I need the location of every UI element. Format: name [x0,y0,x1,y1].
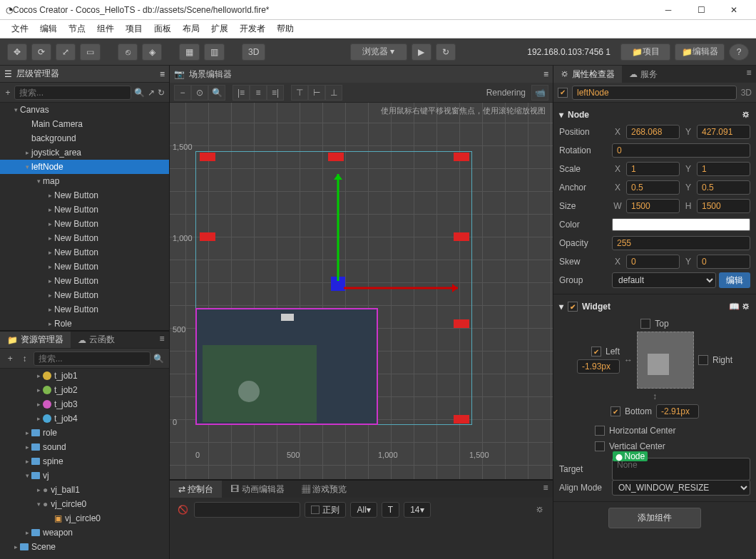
anchor-tool[interactable]: ⎋ [118,43,138,61]
hierarchy-item[interactable]: Main Camera [0,117,169,131]
hierarchy-item[interactable]: ▸New Button [0,188,169,202]
skew-x-input[interactable] [626,255,680,269]
assets-search-input[interactable] [34,352,150,366]
menu-layout[interactable]: 布局 [178,21,204,36]
hierarchy-item[interactable]: ▸New Button [0,217,169,231]
console-settings-icon[interactable]: ⛭ [533,503,547,517]
hierarchy-item[interactable]: ▸New Button [0,202,169,217]
hierarchy-item[interactable]: ▸New Button [0,274,169,288]
font-tool[interactable]: T [382,502,399,518]
camera-icon[interactable]: 📹 [531,85,548,101]
align-center-button[interactable]: ≡ [250,85,267,101]
widget-bottom-checkbox[interactable]: ✔ [611,406,620,416]
menu-edit[interactable]: 编辑 [36,21,61,36]
asset-item[interactable]: ▸ spine [0,454,169,468]
play-button[interactable]: ▶ [412,43,431,61]
assets-menu-icon[interactable]: ≡ [155,332,169,346]
hierarchy-search-input[interactable] [14,86,131,100]
widget-left-input[interactable] [577,359,620,374]
zoom-in-button[interactable]: 🔍 [208,85,225,101]
panel-menu-icon[interactable]: ≡ [160,69,165,79]
hierarchy-item[interactable]: ▸New Button [0,288,169,302]
tab-console[interactable]: ⇄ 控制台 [170,481,222,498]
hierarchy-item[interactable]: ▾leftNode [0,160,169,174]
asset-item[interactable]: ▾ vj [0,468,169,483]
collapse-icon[interactable]: ↗ [148,86,155,100]
tab-services[interactable]: ☁ 服务 [622,66,665,83]
tab-assets[interactable]: 📁 资源管理器 [0,332,71,348]
maximize-button[interactable]: ☐ [685,0,717,20]
align-tool[interactable]: ▦ [179,43,200,61]
scale-x-input[interactable] [626,162,680,176]
add-component-button[interactable]: 添加组件 [608,508,701,528]
scale-y-input[interactable] [697,162,750,176]
hierarchy-item[interactable]: ▾map [0,174,169,188]
color-swatch[interactable] [612,218,750,231]
assets-search-icon[interactable]: 🔍 [153,352,165,366]
open-project-button[interactable]: 📁 项目 [620,43,670,61]
reload-button[interactable]: ↻ [436,43,456,61]
anchor-y-input[interactable] [697,180,750,195]
preview-target-dropdown[interactable]: 浏览器 ▾ [350,43,407,61]
tab-animation[interactable]: 🎞 动画编辑器 [222,481,292,498]
hierarchy-item[interactable]: ▸New Button [0,231,169,245]
anchor-x-input[interactable] [626,180,680,195]
align-right-button[interactable]: ≡| [267,85,284,101]
hierarchy-item[interactable]: ▸New Button [0,260,169,274]
hierarchy-add-button[interactable]: + [4,86,11,100]
widget-left-checkbox[interactable]: ✔ [591,347,601,357]
menu-extension[interactable]: 扩展 [207,21,233,36]
inspector-menu-icon[interactable]: ≡ [742,66,756,80]
asset-item[interactable]: ▣ vj_circle0 [0,511,169,525]
open-editor-button[interactable]: 📁 编辑器 [675,43,725,61]
gizmo-y-axis[interactable] [334,174,342,281]
align-middle-button[interactable]: ⊢ [308,85,325,101]
clear-console-button[interactable]: 🚫 [175,503,190,517]
menu-help[interactable]: 帮助 [272,21,298,36]
search-icon[interactable]: 🔍 [134,86,145,100]
close-button[interactable]: ✕ [717,0,750,20]
console-fontsize[interactable]: 14 ▾ [404,502,430,518]
minimize-button[interactable]: ─ [652,0,685,20]
move-tool[interactable]: ✥ [7,43,27,61]
asset-item[interactable]: ▸ t_job3 [0,397,169,411]
asset-item[interactable]: ▸ t_job1 [0,369,169,383]
widget-target-field[interactable]: None [617,460,638,470]
rotate-tool[interactable]: ⟳ [31,43,51,61]
node-active-checkbox[interactable]: ✔ [558,88,568,98]
asset-item[interactable]: ▸ t_job2 [0,383,169,397]
size-w-input[interactable] [626,199,680,213]
asset-item[interactable]: ▸ role [0,426,169,440]
rotation-input[interactable] [612,143,750,158]
asset-item[interactable]: ▸ Scene [0,540,169,554]
hierarchy-tree[interactable]: ▾CanvasMain Camerabackground▸joystick_ar… [0,103,169,330]
zoom-fit-button[interactable]: ⊙ [191,85,208,101]
mode-3d-button[interactable]: 3D [242,43,265,61]
gizmo-x-axis[interactable] [344,284,458,292]
asset-item[interactable]: ▸ weapon [0,525,169,540]
assets-sort-button[interactable]: ↕ [19,352,30,366]
distribute-tool[interactable]: ▥ [204,43,225,61]
menu-component[interactable]: 组件 [93,21,118,36]
hierarchy-item[interactable]: ▸New Button [0,302,169,317]
section-widget[interactable]: ▾ ✔ Widget📖 ⛭ [559,299,750,314]
widget-bottom-input[interactable] [656,404,699,419]
scale-tool[interactable]: ⤢ [56,43,76,61]
menu-node[interactable]: 节点 [64,21,90,36]
widget-vcenter-checkbox[interactable] [595,441,605,451]
tab-inspector[interactable]: ⛭ 属性检查器 [553,66,622,83]
widget-top-checkbox[interactable] [640,319,650,329]
asset-item[interactable]: ▸ t_job4 [0,411,169,426]
hierarchy-item[interactable]: ▸joystick_area [0,145,169,160]
skew-y-input[interactable] [697,255,750,269]
widget-right-checkbox[interactable] [698,355,708,365]
zoom-out-button[interactable]: − [174,85,191,101]
rect-tool[interactable]: ▭ [80,43,101,61]
hierarchy-item[interactable]: ▾Canvas [0,103,169,117]
position-y-input[interactable] [697,125,750,139]
assets-tree[interactable]: ▸ t_job1▸ t_job2▸ t_job3▸ t_job4▸ role▸ … [0,369,169,559]
help-button[interactable]: ? [729,43,749,61]
filter-regex-toggle[interactable]: 正则 [305,502,346,518]
align-bottom-button[interactable]: ⊥ [325,85,342,101]
widget-hcenter-checkbox[interactable] [595,426,605,436]
